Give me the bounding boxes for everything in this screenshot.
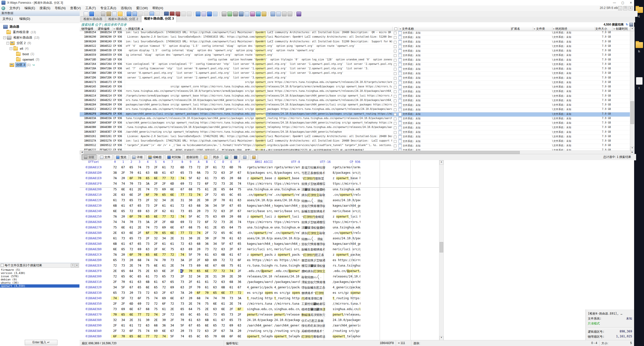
row-checkbox[interactable] (392, 130, 398, 134)
table-row[interactable]: FF3A6222FF3A6222CP 936 绔 彛DNS 鎿滅储鍣ㄦ啎DNS … (80, 148, 634, 151)
mode-tab-同步[interactable]: 同步 (211, 154, 221, 160)
properties-icon[interactable] (112, 12, 117, 16)
mode-tab-缩略图[interactable]: 缩略图 (146, 154, 164, 160)
refine-icon[interactable] (270, 12, 275, 16)
row-checkbox[interactable] (392, 99, 398, 102)
column-header-绝对路径[interactable]: ▼绝对路径 (552, 27, 595, 31)
hex-row[interactable]: 01B6A82507A206F70656E7772745F6C756369206… (80, 215, 444, 220)
export-icon[interactable] (106, 12, 111, 16)
row-checkbox[interactable] (392, 81, 398, 84)
text-search-icon[interactable] (181, 12, 186, 16)
column-header-逻辑偏移[interactable]: 逻辑偏移 (97, 27, 113, 31)
tree-expander-icon[interactable]: − (10, 47, 12, 50)
mode-tab-图例说明[interactable]: 图例说明 (184, 154, 200, 160)
maximize-button[interactable]: ▢ (622, 1, 624, 4)
mdi-close-button[interactable]: x (628, 6, 632, 10)
table-row[interactable]: 1B6A81E21B6A81E2CP 936rors.tuna.tsinghua… (80, 90, 634, 94)
menu-w[interactable]: 窗口(W) (134, 6, 150, 10)
menu-t[interactable]: 工具(T) (83, 6, 98, 10)
table-row[interactable]: 1B6D327A1B6D327ACP 936ion: luci SourceDa… (80, 139, 634, 144)
hex-row[interactable]: 01B6A83B06F70656E7772745F74656C6570686F6… (80, 334, 444, 340)
table-row[interactable]: 1B6A83B01B6A83B0CP 936.tuna.tsinghua.edu… (80, 126, 634, 130)
hex-row[interactable]: 01B6A82102E636E2F6F70656E7772742F72656C6… (80, 193, 444, 198)
document-tab-1[interactable]: 检材4-路由器 (81, 16, 105, 22)
hex-row[interactable]: 01B6A8260747470733A2F2F6D6972726F72732E7… (80, 220, 444, 226)
row-checkbox[interactable] (392, 40, 398, 44)
table-row[interactable]: 1B6A82841B6A8284CP 936packages/aarch64_g… (80, 103, 634, 108)
table-row[interactable]: 1B6A72D61B6A72D6CP 936 server '1.openwrt… (80, 76, 634, 81)
row-checkbox[interactable] (392, 44, 398, 48)
column-header-扩展名[interactable]: 扩展名 (510, 27, 533, 31)
column-header-搜索结果[interactable]: ▼搜索结果 ▲ (125, 27, 392, 31)
row-checkbox[interactable] (392, 126, 398, 129)
hex-row[interactable]: 01B6A83102F7061636B616765732F61617263683… (80, 280, 444, 286)
hex-row[interactable]: 01B6A82E072732E74756E612E7473696E6768756… (80, 264, 444, 269)
document-tab-2[interactable]: 检材4-路由器, 分区 2 (106, 16, 141, 22)
filter-icon[interactable]: ▼ (613, 28, 615, 30)
hex-row[interactable]: 01B6A8340745F726F7574696E672068747470733… (80, 296, 444, 302)
minimize-button[interactable]: — (613, 1, 616, 4)
row-checkbox[interactable] (392, 103, 398, 107)
tree-item-openwrt[interactable]: openwrt(3) (0, 57, 80, 62)
filter-icon[interactable]: ▼ (553, 28, 555, 30)
table-row[interactable]: 1B6A82C21B6A82C2CP 936ors.tuna.tsinghua.… (80, 108, 634, 112)
row-checkbox[interactable] (392, 49, 398, 52)
case-menu-item[interactable]: 编辑(D) (19, 16, 30, 22)
filter-icon[interactable]: ▼ (126, 28, 128, 30)
hex-row[interactable]: 01B6A838032342E31302E302F7061636B6167657… (80, 318, 444, 324)
row-checkbox[interactable] (392, 76, 398, 80)
desktop-file-icon[interactable] (636, 77, 642, 85)
hex-row[interactable]: 01B6A830072656C65617365732F32342E31302E3… (80, 275, 444, 280)
hex-row[interactable]: 01B6A82C07A206F70656E7772745F7061636B616… (80, 253, 444, 258)
hex-row[interactable]: 01B6A82306B616765732F616172636836345F676… (80, 204, 444, 210)
tree-item-boot[interactable]: boot(1) (0, 51, 80, 57)
table-row[interactable]: 1B6A81A51B6A81A5CP 936src/gz openwrt_cor… (80, 85, 634, 90)
open-icon[interactable] (89, 12, 94, 16)
search-term[interactable]: firmware (5) (0, 268, 80, 272)
menu-e[interactable]: 编辑(E) (22, 6, 37, 10)
menu-h[interactable]: 帮助(H) (150, 6, 165, 10)
table-row[interactable]: 1B6A82F81B6A82F8CP 936ages/aarch64_gener… (80, 112, 634, 117)
enter-input-button[interactable]: Enter 输入 ↵ (25, 340, 58, 345)
tree-expander-icon[interactable]: − (6, 42, 9, 44)
hex-convert-icon[interactable] (187, 12, 192, 16)
hex-row[interactable]: 01B6A82B06E657269632F6C756369207372632F6… (80, 248, 444, 253)
column-header-创建时间[interactable]: ▼创建时间 (612, 27, 631, 31)
search-term[interactable]: issue (570) (0, 275, 80, 278)
results-vertical-scrollbar[interactable]: ▲ ▼ (630, 27, 634, 151)
gallery-icon[interactable] (256, 12, 260, 16)
menu-v[interactable]: 查看(V) (68, 6, 83, 10)
hex-row[interactable]: 01B6A81E07A206F70656E7772745F62617365206… (80, 176, 444, 182)
document-tab-3[interactable]: 检材4-路由器, 分区 3 (141, 16, 177, 22)
menu-o[interactable]: 选项(O) (118, 6, 134, 10)
menu-s[interactable]: 搜索(S) (37, 6, 52, 10)
memory-icon[interactable] (233, 12, 238, 16)
column-header-文件类[interactable]: ▼文件类 (532, 27, 552, 31)
calculator-icon[interactable] (239, 12, 244, 16)
mode-tab-wave[interactable] (222, 154, 230, 160)
mode-tab-search-list[interactable] (232, 154, 240, 160)
hex-row[interactable]: 01B6A8200756E612E7473696E676875612E65647… (80, 187, 444, 193)
hex-row[interactable]: 01B6A81C072676574732F61726D73722F61726D7… (80, 166, 444, 171)
search-term[interactable]: ubuntu (36) (0, 281, 80, 284)
menu-n[interactable]: 导航(N) (52, 6, 68, 10)
tree-item-案件根目录[interactable]: 案件根目录(13) (0, 30, 80, 35)
goto-page-icon[interactable] (202, 12, 206, 16)
row-checkbox[interactable] (392, 54, 398, 57)
mdi-restore-button[interactable]: ❐ (623, 6, 628, 10)
table-row[interactable]: 1B6D32611B6D3261CP 936 License: Apache-2… (80, 135, 634, 139)
hex-vertical-scrollbar[interactable]: ▲ ▼ (439, 160, 444, 340)
column-header-select[interactable] (392, 27, 399, 31)
add-to-case-icon[interactable] (118, 12, 122, 16)
row-checkbox[interactable] (392, 121, 398, 125)
row-checkbox[interactable] (392, 31, 398, 34)
table-row[interactable]: 1B6982A91B6982A9CP 936ion: luci SourceDa… (80, 40, 634, 44)
row-checkbox[interactable] (392, 58, 398, 62)
copy-icon[interactable] (132, 12, 137, 16)
table-row[interactable]: 1B6A82141B6A8214CP 936/targets/armsr/arm… (80, 94, 634, 99)
table-row[interactable]: 1B6A72B01B6A72B0CP 936 server '0.openwrt… (80, 72, 634, 76)
back-icon[interactable] (207, 12, 212, 16)
row-checkbox[interactable] (392, 36, 398, 39)
hex-row[interactable]: 01B6A8290617365732F32342E31302E302F70616… (80, 236, 444, 242)
table-row[interactable]: 1B6982901B698290CP 936 License: Apache-2… (80, 36, 634, 40)
